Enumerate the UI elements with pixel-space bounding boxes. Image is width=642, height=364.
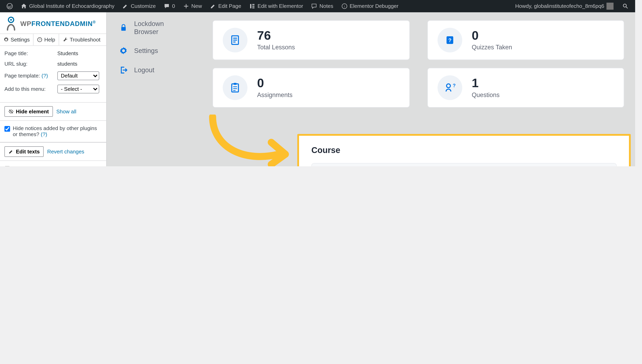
svg-rect-1 [250,4,251,8]
wp-admin-bar: Global Institute of Echocardiography Cus… [0,0,635,12]
site-name-link[interactable]: Global Institute of Echocardiography [18,3,118,9]
howdy-user[interactable]: Howdy, globalinstituteofecho_8m6pq6 [512,2,617,10]
doc-icon [223,28,247,52]
course-section: Course Course Enroll Date Lesson Quiz As… [297,134,631,166]
new-link[interactable]: New [180,3,205,9]
stat-value: 1 [472,77,500,90]
quiz-icon: ? [437,28,462,52]
stat-value: 0 [257,77,292,90]
assign-icon [223,75,247,100]
template-label: Page template: (?) [5,73,58,79]
svg-point-9 [10,19,12,21]
troubleshoot-tab[interactable]: Troubleshoot [59,34,104,46]
stat-label: Assignments [257,91,292,98]
edit-page-link[interactable]: Edit Page [207,3,244,9]
preview-area: Lockdown Browser Settings Logout 76Total… [107,12,635,166]
svg-text:i: i [344,5,345,8]
question-icon: ? [437,75,462,100]
help-tab[interactable]: ?Help [34,34,59,46]
gear-icon [119,46,128,55]
svg-text:?: ? [453,83,455,88]
revert-changes-link[interactable]: Revert changes [47,148,84,155]
stat-label: Total Lessons [257,44,295,51]
edit-elementor-link[interactable]: Edit with Elementor [246,3,306,9]
menu-label: Add to this menu: [5,86,58,92]
svg-rect-19 [234,83,237,85]
users-posts-checkbox[interactable] [5,166,10,166]
table-header: Course Enroll Date Lesson Quiz Assignmen… [312,164,616,166]
course-section-title: Course [311,145,617,155]
course-table: Course Enroll Date Lesson Quiz Assignmen… [311,163,617,166]
tutor-sidebar: Lockdown Browser Settings Logout [107,12,202,82]
stat-value: 76 [257,30,295,42]
menu-select[interactable]: - Select - [58,84,99,94]
show-all-link[interactable]: Show all [57,108,76,114]
url-slug-value: students [58,61,77,67]
avatar-icon [606,2,613,10]
sidebar-item-label: Lockdown Browser [134,20,164,36]
hide-element-button[interactable]: Hide element [5,106,53,117]
template-select[interactable]: Default [58,72,99,80]
stat-lessons: 76Total Lessons [213,20,410,60]
lock-icon [119,23,128,32]
frontend-admin-logo: WPFRONTENDADMIN® [0,12,106,34]
svg-rect-4 [252,8,254,8]
hide-notices-check[interactable]: Hide notices added by other plugins or t… [5,125,102,138]
page-title-value: Students [58,50,78,56]
svg-text:?: ? [448,37,451,43]
logout-icon [119,66,128,74]
eye-slash-icon [9,109,14,114]
edit-texts-button[interactable]: Edit texts [5,146,44,157]
template-help[interactable]: (?) [42,73,48,79]
stat-label: Quizzes Taken [472,44,512,51]
hide-notices-help[interactable]: (?) [41,131,47,138]
dashboard-stats: 76Total Lessons ? 0Quizzes Taken 0Assign… [201,12,635,124]
site-name-text: Global Institute of Echocardiography [29,3,114,9]
stat-quizzes: ? 0Quizzes Taken [427,20,624,60]
logo-icon [5,16,18,31]
stat-value: 0 [472,30,512,42]
elementor-debugger-link[interactable]: iElementor Debugger [338,3,402,9]
svg-rect-14 [121,27,126,30]
svg-point-20 [446,84,450,88]
stat-label: Questions [472,91,500,98]
hide-notices-checkbox[interactable] [5,126,10,132]
svg-point-7 [623,4,626,7]
search-icon[interactable] [619,3,631,9]
settings-tab[interactable]: Settings [0,34,34,46]
page-title-label: Page title: [5,50,58,56]
sidebar-item-lockdown[interactable]: Lockdown Browser [107,14,202,41]
svg-rect-3 [252,6,254,7]
notes-link[interactable]: Notes [308,3,336,9]
gear-icon [4,37,9,42]
svg-text:?: ? [39,38,41,41]
help-icon: ? [37,37,43,42]
frontend-admin-sidebar: WPFRONTENDADMIN® Settings ?Help Troubles… [0,12,107,166]
wrench-icon [63,37,68,42]
sidebar-item-label: Logout [134,66,154,74]
url-slug-label: URL slug: [5,61,58,67]
stat-questions: ? 1Questions [427,68,624,108]
sidebar-item-label: Settings [134,47,158,54]
svg-rect-2 [252,4,254,5]
stat-assignments: 0Assignments [213,68,410,108]
comments-link[interactable]: 0 [161,3,178,9]
pencil-icon [9,149,14,154]
wp-logo[interactable] [4,3,16,9]
sidebar-item-logout[interactable]: Logout [107,60,202,80]
customize-link[interactable]: Customize [119,3,159,9]
users-posts-check[interactable]: The users should see the posts created b… [5,165,102,166]
sidebar-item-settings[interactable]: Settings [107,41,202,60]
